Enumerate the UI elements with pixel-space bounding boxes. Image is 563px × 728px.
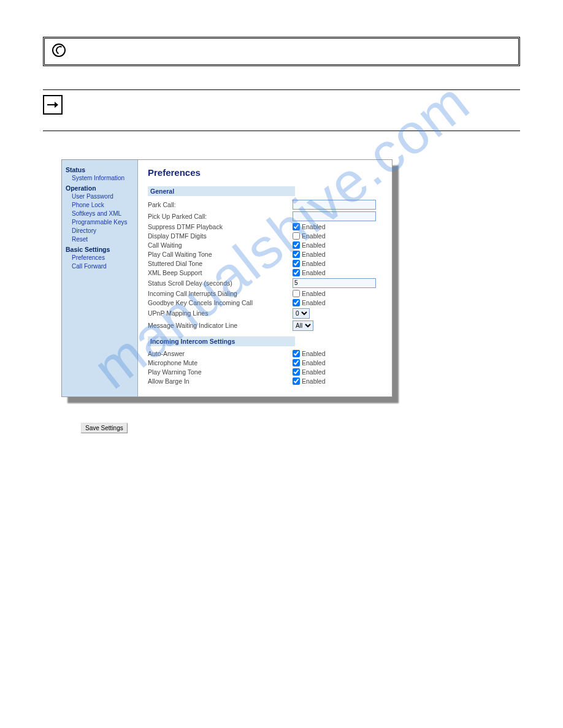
enabled-checkbox[interactable]: Enabled (293, 350, 326, 357)
pref-label: Suppress DTMF Playback (148, 223, 293, 230)
sidebar-item[interactable]: Softkeys and XML (72, 209, 134, 218)
pref-label: XML Beep Support (148, 269, 293, 276)
pref-label: Incoming Call Interrupts Dialing (148, 290, 293, 297)
checkbox-label: Enabled (302, 299, 326, 306)
pref-label: Display DTMF Digits (148, 232, 293, 240)
section-header: General (148, 186, 295, 196)
pref-label: Play Warning Tone (148, 368, 293, 376)
pref-label: Microphone Mute (148, 359, 293, 366)
enabled-checkbox[interactable]: Enabled (293, 260, 326, 267)
pref-row: Call WaitingEnabled (148, 240, 386, 249)
enabled-checkbox[interactable]: Enabled (293, 359, 326, 366)
checkbox-label: Enabled (302, 350, 326, 357)
sidebar-item[interactable]: Programmable Keys (72, 218, 134, 226)
pref-row: Display DTMF DigitsEnabled (148, 231, 386, 240)
enabled-checkbox[interactable]: Enabled (293, 241, 326, 249)
text-input[interactable] (293, 278, 376, 288)
pref-row: Allow Barge InEnabled (148, 376, 386, 385)
checkbox-label: Enabled (302, 232, 326, 240)
arrow-right-icon (43, 95, 63, 115)
enabled-checkbox[interactable]: Enabled (293, 251, 326, 258)
pref-row: Stuttered Dial ToneEnabled (148, 259, 386, 268)
select-input[interactable]: 0 (293, 308, 310, 319)
checkbox-label: Enabled (302, 359, 326, 366)
checkbox-label: Enabled (302, 290, 326, 297)
sidebar-group-head: Basic Settings (66, 246, 134, 253)
pref-row: Auto-AnswerEnabled (148, 349, 386, 358)
sidebar-item[interactable]: Phone Lock (72, 200, 134, 209)
text-input[interactable] (293, 200, 376, 210)
divider (43, 89, 520, 90)
pref-label: Auto-Answer (148, 350, 293, 357)
pref-row: Play Warning ToneEnabled (148, 367, 386, 376)
pref-label: Stuttered Dial Tone (148, 260, 293, 267)
pref-row: Pick Up Parked Call: (148, 210, 386, 222)
pref-row: Park Call: (148, 199, 386, 210)
pref-label: UPnP Mapping Lines (148, 309, 293, 317)
sidebar-group-head: Status (66, 166, 134, 173)
text-input[interactable] (293, 211, 376, 221)
divider (43, 131, 520, 131)
enabled-checkbox[interactable]: Enabled (293, 223, 326, 230)
sidebar-item[interactable]: System Information (72, 173, 134, 182)
main-panel: Preferences GeneralPark Call:Pick Up Par… (138, 160, 392, 396)
embedded-screenshot: StatusSystem InformationOperationUser Pa… (61, 159, 393, 397)
checkbox-label: Enabled (302, 223, 326, 230)
sidebar-item[interactable]: User Password (72, 192, 134, 200)
checkbox-label: Enabled (302, 368, 326, 376)
pref-row: Microphone MuteEnabled (148, 358, 386, 367)
pref-label: Park Call: (148, 201, 293, 208)
enabled-checkbox[interactable]: Enabled (293, 232, 326, 240)
icon-banner (43, 37, 520, 66)
pref-row: Message Waiting Indicator LineAll (148, 319, 386, 332)
page-title: Preferences (148, 167, 386, 178)
enabled-checkbox[interactable]: Enabled (293, 368, 326, 376)
pref-row: UPnP Mapping Lines0 (148, 307, 386, 319)
enabled-checkbox[interactable]: Enabled (293, 290, 326, 297)
checkbox-label: Enabled (302, 241, 326, 249)
pref-row: Status Scroll Delay (seconds) (148, 277, 386, 289)
enabled-checkbox[interactable]: Enabled (293, 299, 326, 306)
checkbox-label: Enabled (302, 377, 326, 385)
enabled-checkbox[interactable]: Enabled (293, 377, 326, 385)
pref-label: Status Scroll Delay (seconds) (148, 279, 293, 287)
pref-row: Suppress DTMF PlaybackEnabled (148, 222, 386, 231)
pref-label: Message Waiting Indicator Line (148, 322, 293, 329)
section-header: Incoming Intercom Settings (148, 336, 295, 346)
sidebar-item[interactable]: Call Forward (72, 262, 134, 270)
pref-row: Incoming Call Interrupts DialingEnabled (148, 289, 386, 298)
sidebar-group-head: Operation (66, 184, 134, 192)
pref-label: Pick Up Parked Call: (148, 213, 293, 220)
pref-label: Play Call Waiting Tone (148, 251, 293, 258)
sidebar: StatusSystem InformationOperationUser Pa… (62, 160, 138, 396)
pref-row: Play Call Waiting ToneEnabled (148, 249, 386, 259)
sidebar-item[interactable]: Directory (72, 226, 134, 235)
pref-label: Allow Barge In (148, 377, 293, 385)
pref-row: Goodbye Key Cancels Incoming CallEnabled (148, 298, 386, 307)
globe-icon (52, 44, 66, 57)
select-input[interactable]: All (293, 320, 313, 331)
checkbox-label: Enabled (302, 260, 326, 267)
checkbox-label: Enabled (302, 269, 326, 276)
checkbox-label: Enabled (302, 251, 326, 258)
sidebar-item[interactable]: Reset (72, 235, 134, 243)
save-settings-button[interactable]: Save Settings (81, 423, 128, 433)
sidebar-item[interactable]: Preferences (72, 253, 134, 262)
pref-label: Goodbye Key Cancels Incoming Call (148, 299, 293, 306)
pref-label: Call Waiting (148, 241, 293, 249)
enabled-checkbox[interactable]: Enabled (293, 269, 326, 276)
pref-row: XML Beep SupportEnabled (148, 268, 386, 277)
